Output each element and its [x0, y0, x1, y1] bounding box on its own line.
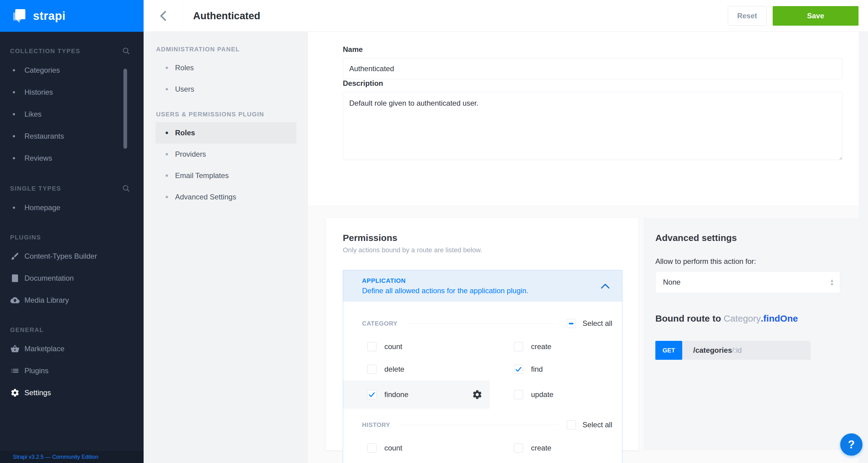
advanced-settings-title: Advanced settings: [655, 233, 840, 243]
subnav-section-administration-panel: ADMINISTRATION PANEL Roles Users: [144, 46, 308, 100]
strapi-version-link[interactable]: Strapi v3.2.5 — Community Edition: [13, 454, 98, 460]
application-accordion-body: CATEGORY Select all count: [343, 319, 622, 463]
policy-select[interactable]: None ▴▾: [655, 271, 840, 293]
book-icon: [10, 274, 20, 283]
checkbox-create[interactable]: [514, 342, 523, 351]
permission-group-history: HISTORY Select all count: [343, 420, 622, 459]
policy-select-value: None: [663, 278, 680, 287]
strapi-admin-page: strapi COLLECTION TYPES Categories Histo…: [0, 0, 868, 463]
basket-icon: [10, 344, 20, 353]
list-icon: [10, 366, 20, 375]
help-button[interactable]: ?: [840, 433, 863, 456]
action-count: count: [343, 437, 490, 459]
sidebar-section-plugins: PLUGINS Content-Types Builder Documentat…: [0, 234, 144, 311]
action-update: update: [490, 381, 622, 409]
group-divider: [399, 425, 558, 425]
plugin-description: Define all allowed actions for the appli…: [362, 287, 528, 295]
action-create: create: [490, 437, 622, 459]
checkbox-update[interactable]: [514, 390, 523, 399]
settings-subnav: ADMINISTRATION PANEL Roles Users USERS &…: [144, 32, 308, 463]
sidebar-section-title: PLUGINS: [10, 234, 41, 241]
sidebar-item-marketplace[interactable]: Marketplace: [0, 338, 144, 360]
checkbox-count[interactable]: [367, 342, 376, 351]
subnav-section-users-permissions-plugin: USERS & PERMISSIONS PLUGIN Roles Provide…: [144, 111, 308, 208]
subnav-item-email-templates[interactable]: Email Templates: [156, 165, 297, 186]
group-label: CATEGORY: [362, 320, 398, 327]
subnav-section-title: USERS & PERMISSIONS PLUGIN: [144, 111, 308, 118]
subnav-item-providers[interactable]: Providers: [156, 143, 297, 165]
main-sidebar: strapi COLLECTION TYPES Categories Histo…: [0, 0, 144, 463]
description-textarea[interactable]: Default role given to authenticated user…: [343, 92, 842, 160]
search-icon[interactable]: [122, 47, 130, 55]
sidebar-item-plugins[interactable]: Plugins: [0, 360, 144, 382]
strapi-logo-icon: [11, 8, 26, 23]
select-all-history[interactable]: Select all: [567, 420, 612, 429]
chevron-left-icon: [159, 10, 167, 22]
sidebar-section-title: GENERAL: [10, 327, 44, 333]
subnav-item-roles[interactable]: Roles: [156, 122, 297, 143]
checkbox-create[interactable]: [514, 443, 523, 453]
action-count: count: [343, 335, 490, 358]
main-scrollbar-track[interactable]: [859, 32, 868, 463]
subnav-item-advanced-settings[interactable]: Advanced Settings: [156, 186, 297, 208]
sidebar-item-histories[interactable]: Histories: [0, 81, 144, 103]
action-policy-label: Allow to perform this action for:: [655, 257, 840, 266]
back-button[interactable]: [144, 0, 183, 31]
sidebar-item-homepage[interactable]: Homepage: [0, 197, 144, 219]
sidebar-item-reviews[interactable]: Reviews: [0, 147, 144, 169]
sidebar-scrollbar-thumb[interactable]: [123, 69, 127, 149]
paintbrush-icon: [10, 252, 20, 261]
reset-button[interactable]: Reset: [728, 6, 767, 26]
role-form: Name Description Default role given to a…: [308, 32, 859, 205]
route-path: /categories/:id: [682, 341, 811, 360]
strapi-logo[interactable]: strapi: [0, 0, 144, 32]
plugin-name: APPLICATION: [362, 277, 528, 284]
search-icon[interactable]: [122, 185, 130, 192]
chevron-up-icon: [601, 284, 610, 289]
bound-route-heading: Bound route to Category.findOne: [655, 313, 840, 324]
sidebar-section-single-types: SINGLE TYPES Homepage: [0, 185, 144, 219]
sidebar-item-settings[interactable]: Settings: [0, 382, 144, 404]
page-header: Authenticated Reset Save: [144, 0, 868, 32]
checkbox-find[interactable]: [514, 365, 523, 374]
permissions-subtitle: Only actions bound by a route are listed…: [343, 246, 622, 254]
sidebar-footer: Strapi v3.2.5 — Community Edition: [0, 451, 144, 463]
permission-group-category: CATEGORY Select all count: [343, 319, 622, 409]
permissions-title: Permissions: [343, 233, 622, 243]
sidebar-item-documentation[interactable]: Documentation: [0, 267, 144, 289]
name-label: Name: [343, 45, 363, 54]
subnav-item-admin-users[interactable]: Users: [156, 78, 297, 100]
save-button[interactable]: Save: [773, 6, 859, 26]
gear-icon: [10, 388, 20, 397]
sidebar-section-collection-types: COLLECTION TYPES Categories Histories Li…: [0, 47, 144, 169]
select-all-category[interactable]: Select all: [567, 319, 612, 328]
action-find: find: [490, 358, 622, 381]
subnav-item-admin-roles[interactable]: Roles: [156, 57, 297, 78]
sidebar-item-media-library[interactable]: Media Library: [0, 289, 144, 311]
sidebar-section-general: GENERAL Marketplace Plugins Settings: [0, 327, 144, 404]
gear-icon[interactable]: [472, 389, 483, 400]
advanced-settings-panel: Advanced settings Allow to perform this …: [644, 218, 859, 450]
checkbox-findone[interactable]: [367, 390, 376, 399]
select-all-checkbox[interactable]: [567, 420, 576, 429]
action-delete: delete: [343, 358, 490, 381]
strapi-logo-text: strapi: [33, 9, 65, 23]
permissions-card: Permissions Only actions bound by a rout…: [326, 218, 639, 450]
subnav-section-title: ADMINISTRATION PANEL: [144, 46, 308, 53]
sidebar-item-content-types-builder[interactable]: Content-Types Builder: [0, 245, 144, 267]
group-label: HISTORY: [362, 422, 390, 429]
page-title: Authenticated: [193, 10, 260, 22]
sidebar-item-restaurants[interactable]: Restaurants: [0, 125, 144, 147]
name-input[interactable]: [343, 58, 842, 79]
select-stepper-icon: ▴▾: [831, 278, 833, 286]
sidebar-section-title: SINGLE TYPES: [10, 185, 61, 192]
sidebar-item-categories[interactable]: Categories: [0, 59, 144, 81]
http-method-badge: GET: [655, 341, 682, 360]
action-create: create: [490, 335, 622, 358]
checkbox-count[interactable]: [367, 443, 376, 453]
description-label: Description: [343, 79, 383, 87]
application-accordion-header[interactable]: APPLICATION Define all allowed actions f…: [343, 270, 622, 302]
checkbox-delete[interactable]: [367, 365, 376, 374]
sidebar-item-likes[interactable]: Likes: [0, 103, 144, 125]
select-all-checkbox[interactable]: [567, 319, 576, 328]
